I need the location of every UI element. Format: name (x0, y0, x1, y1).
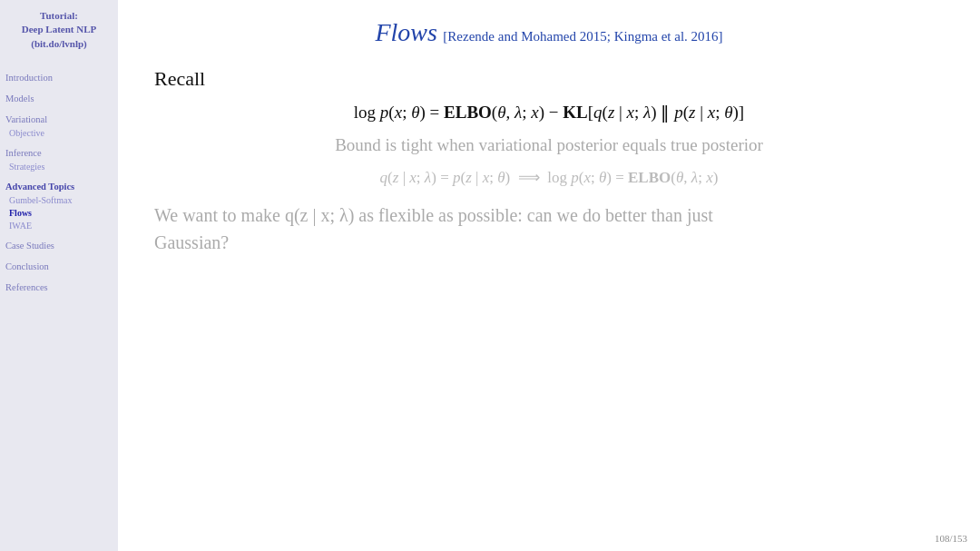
sidebar-item-objective[interactable]: Objective (9, 128, 113, 138)
sidebar-item-inference[interactable]: Inference (5, 148, 113, 158)
sidebar-item-strategies[interactable]: Strategies (9, 162, 113, 172)
sidebar-item-variational[interactable]: Variational (5, 114, 113, 124)
sidebar: Tutorial: Deep Latent NLP (bit.do/lvnlp)… (0, 0, 118, 551)
page-number: 108/153 (935, 533, 967, 544)
sidebar-item-references[interactable]: References (5, 282, 113, 292)
sidebar-item-introduction[interactable]: Introduction (5, 73, 113, 83)
main-content: Flows [Rezende and Mohamed 2015; Kingma … (118, 0, 980, 551)
sidebar-item-iwae[interactable]: IWAE (9, 221, 113, 231)
sidebar-item-flows[interactable]: Flows (9, 208, 113, 218)
sidebar-item-advanced-topics[interactable]: Advanced Topics (5, 182, 113, 192)
formula-equality: q(z | x; λ) = p(z | x; θ) ⟹ log p(x; θ) … (154, 168, 944, 187)
sidebar-item-gumbel-softmax[interactable]: Gumbel-Softmax (9, 195, 113, 205)
recall-heading: Recall (154, 67, 944, 91)
sidebar-item-case-studies[interactable]: Case Studies (5, 241, 113, 251)
bottom-text: We want to make q(z | x; λ) as flexible … (154, 202, 944, 256)
formula-elbo: log p(x; θ) = ELBO(θ, λ; x) − KL[q(z | x… (154, 102, 944, 123)
title-citation: [Rezende and Mohamed 2015; Kingma et al.… (443, 29, 722, 44)
sidebar-title: Tutorial: Deep Latent NLP (bit.do/lvnlp) (5, 9, 113, 51)
slide-title: Flows [Rezende and Mohamed 2015; Kingma … (154, 18, 944, 47)
sidebar-item-models[interactable]: Models (5, 93, 113, 103)
bound-text: Bound is tight when variational posterio… (154, 135, 944, 155)
title-word: Flows (375, 18, 436, 46)
sidebar-item-conclusion[interactable]: Conclusion (5, 261, 113, 271)
